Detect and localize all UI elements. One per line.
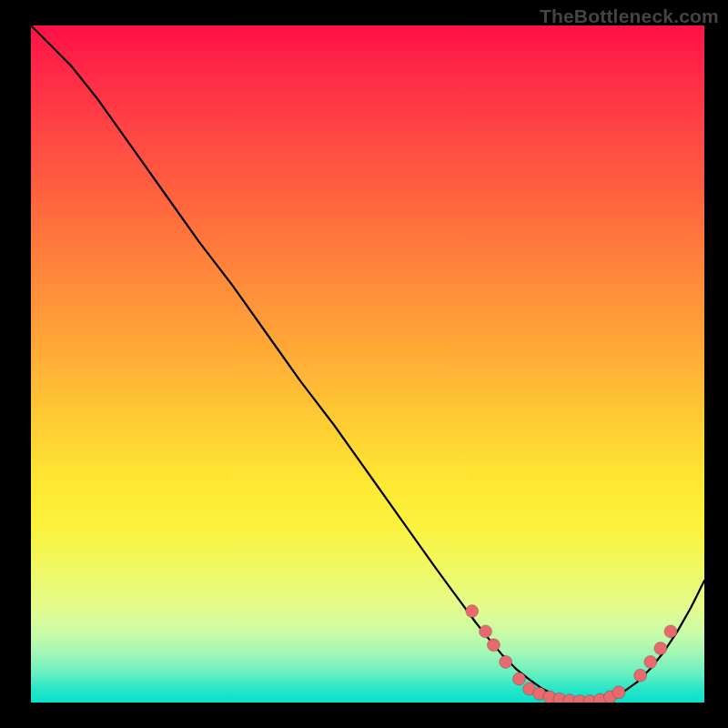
- watermark-text: TheBottleneck.com: [540, 5, 719, 27]
- data-marker: [612, 686, 625, 699]
- data-marker: [634, 669, 647, 682]
- marker-group: [466, 605, 677, 703]
- data-marker: [500, 655, 512, 668]
- data-marker: [487, 639, 500, 652]
- data-marker: [466, 605, 479, 618]
- data-marker: [654, 642, 667, 655]
- data-marker: [480, 625, 492, 638]
- data-marker: [664, 625, 677, 638]
- bottleneck-curve: [31, 25, 704, 702]
- data-marker: [644, 655, 657, 668]
- plot-area: [31, 25, 704, 703]
- chart-svg: [31, 25, 704, 703]
- data-marker: [513, 672, 526, 685]
- chart-stage: TheBottleneck.com: [0, 0, 728, 728]
